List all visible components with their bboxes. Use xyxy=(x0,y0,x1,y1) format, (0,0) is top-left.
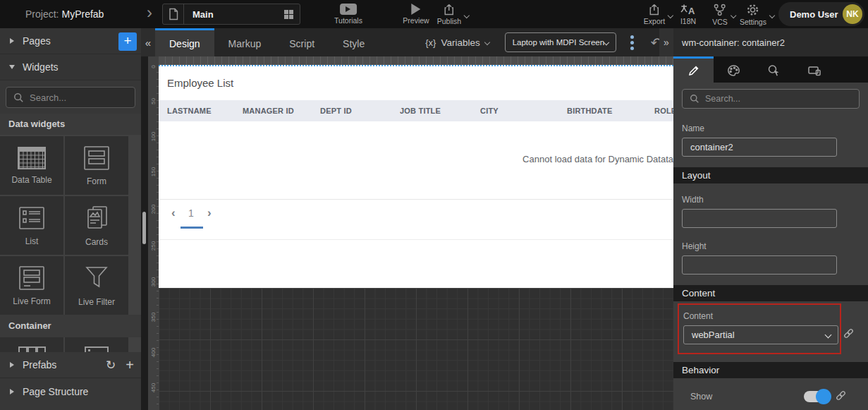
preview-button[interactable]: Preview xyxy=(403,4,429,25)
data-table-icon xyxy=(18,147,46,169)
sidebar-scroll-thumb[interactable] xyxy=(142,212,146,244)
column-header[interactable]: MANAGER ID xyxy=(234,107,312,115)
page-tab-main[interactable]: Main xyxy=(162,4,300,25)
expand-toolbar-button[interactable]: » xyxy=(664,37,669,48)
i18n-button[interactable]: A I18N xyxy=(680,4,696,25)
column-header[interactable]: DEPT ID xyxy=(312,107,391,115)
tab-styles[interactable] xyxy=(714,56,754,83)
pagination-next-icon[interactable]: › xyxy=(207,206,212,220)
tab-events[interactable] xyxy=(754,56,794,83)
publish-icon xyxy=(443,4,456,16)
project-prefix: Project: xyxy=(25,8,59,20)
pagination-prev-icon[interactable]: ‹ xyxy=(171,206,176,220)
tab-design[interactable]: Design xyxy=(155,28,214,56)
page-doc-icon xyxy=(163,4,184,24)
variables-icon: {x} xyxy=(425,37,436,48)
top-bar: Project:MyPrefab › Main Tutorials Previe… xyxy=(0,0,868,28)
widget-tile-clipped-1[interactable] xyxy=(0,337,63,352)
publish-button[interactable]: Publish xyxy=(437,4,461,25)
variables-caret-icon xyxy=(484,40,489,45)
column-header[interactable]: CITY xyxy=(472,107,558,115)
selected-widget-title: wm-container: container2 xyxy=(673,28,868,56)
add-page-button[interactable]: + xyxy=(118,32,137,51)
export-button[interactable]: Export xyxy=(644,4,665,25)
select-cursor-icon xyxy=(767,64,781,77)
widget-tile-grid: Data Table Form List Cards Live Form Liv… xyxy=(0,135,141,315)
palette-icon xyxy=(727,64,740,77)
properties-tabs xyxy=(673,56,868,83)
sidebar-scroll-track[interactable] xyxy=(141,56,148,410)
tab-properties[interactable] xyxy=(673,56,714,83)
widget-sidebar: Pages + Widgets Data widgets Data Table … xyxy=(0,28,141,410)
gear-icon xyxy=(746,4,759,16)
user-menu[interactable]: Demo User NK xyxy=(778,2,864,26)
height-field[interactable] xyxy=(682,255,837,275)
section-content: Content xyxy=(673,285,868,301)
live-filter-icon xyxy=(82,265,111,291)
pages-grid-icon[interactable] xyxy=(284,10,293,19)
vcs-button[interactable]: VCS xyxy=(712,4,728,26)
form-icon xyxy=(82,145,111,171)
tutorials-button[interactable]: Tutorials xyxy=(334,4,362,25)
content-select-value: webPartial xyxy=(684,330,826,340)
design-canvas-page[interactable]: Employee List LASTNAME MANAGER ID DEPT I… xyxy=(159,65,673,288)
properties-search[interactable] xyxy=(682,89,860,109)
widget-search[interactable] xyxy=(6,87,135,108)
collapse-sidebar-button[interactable]: « xyxy=(145,37,151,49)
more-options-kebab-icon[interactable] xyxy=(630,35,634,50)
show-toggle[interactable] xyxy=(804,391,830,402)
section-behavior: Behavior xyxy=(673,362,868,378)
canvas-grid-area[interactable] xyxy=(159,288,673,410)
column-header[interactable]: BIRTHDATE xyxy=(558,107,646,115)
settings-button[interactable]: Settings xyxy=(740,4,766,26)
user-name: Demo User xyxy=(790,9,843,20)
column-header[interactable]: JOB TITLE xyxy=(391,107,472,115)
datatable-title: Employee List xyxy=(159,66,673,100)
variables-button[interactable]: {x} Variables xyxy=(425,37,489,48)
tab-devices[interactable] xyxy=(794,56,834,83)
widget-tile-cards[interactable]: Cards xyxy=(65,196,128,255)
width-field[interactable] xyxy=(682,209,837,228)
sidebar-collapse-strip: « xyxy=(141,28,155,56)
sidebar-section-prefabs[interactable]: Prefabs ↻ + xyxy=(0,352,141,378)
show-label: Show xyxy=(690,392,712,402)
widget-tile-form[interactable]: Form xyxy=(65,136,128,195)
show-bind-link-icon[interactable] xyxy=(835,390,847,402)
tab-script[interactable]: Script xyxy=(275,28,329,56)
list-icon xyxy=(17,205,47,231)
settings-caret-icon xyxy=(769,13,775,18)
name-label: Name xyxy=(682,123,868,133)
properties-search-input[interactable] xyxy=(705,94,839,104)
toolbar-overflow: » xyxy=(659,28,673,56)
column-header[interactable]: LASTNAME xyxy=(159,107,234,115)
content-select[interactable]: webPartial xyxy=(683,325,838,344)
refresh-icon[interactable]: ↻ xyxy=(106,358,116,373)
widget-search-input[interactable] xyxy=(30,92,121,103)
breadcrumb-chevron-icon[interactable]: › xyxy=(147,3,152,23)
content-label: Content xyxy=(683,311,840,321)
widget-tile-clipped-2[interactable] xyxy=(65,337,128,352)
content-bind-link-icon[interactable] xyxy=(843,327,855,339)
project-name: MyPrefab xyxy=(61,8,104,20)
widget-tile-live-filter[interactable]: Live Filter xyxy=(65,256,128,315)
column-header[interactable]: ROLE xyxy=(646,107,673,115)
add-prefab-button[interactable]: + xyxy=(126,357,134,373)
tab-style[interactable]: Style xyxy=(329,28,379,56)
widget-tile-data-table[interactable]: Data Table xyxy=(0,136,63,195)
datatable-header-row: LASTNAME MANAGER ID DEPT ID JOB TITLE CI… xyxy=(159,100,673,121)
sidebar-section-widgets[interactable]: Widgets xyxy=(0,54,141,80)
widget-tile-live-form[interactable]: Live Form xyxy=(0,256,63,315)
name-field[interactable] xyxy=(682,138,837,157)
widget-tile-list[interactable]: List xyxy=(0,196,63,255)
chevron-down-icon xyxy=(9,65,15,69)
device-selector[interactable]: Laptop with MDPI Screen xyxy=(505,32,616,52)
sidebar-section-pages[interactable]: Pages + xyxy=(0,28,141,54)
canvas-toolbar: Design Markup Script Style {x} Variables… xyxy=(155,28,673,56)
publish-caret-icon xyxy=(464,13,470,18)
svg-text:A: A xyxy=(688,6,695,16)
tab-markup[interactable]: Markup xyxy=(214,28,276,56)
sidebar-section-page-structure[interactable]: Page Structure xyxy=(0,378,141,404)
pagination-current-page[interactable]: 1 xyxy=(188,207,194,219)
datatable-error-message: Cannot load data for Dynamic Datata xyxy=(522,154,673,164)
horizontal-ruler xyxy=(159,56,673,65)
